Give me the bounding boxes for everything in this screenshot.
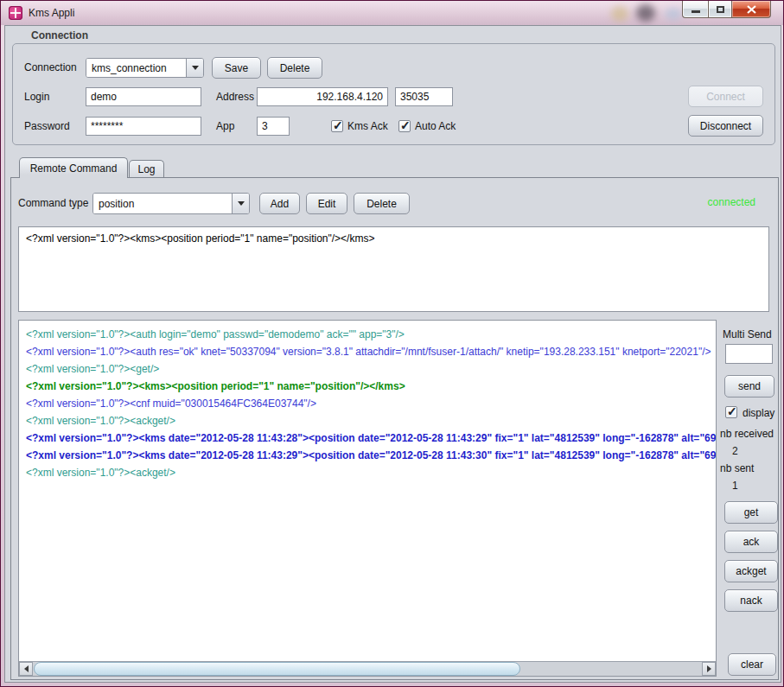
connection-group-title: Connection <box>31 29 88 41</box>
edit-command-button[interactable]: Edit <box>306 193 347 214</box>
tab-log[interactable]: Log <box>129 160 164 178</box>
title-bar[interactable]: Kms Appli <box>1 1 783 25</box>
maximize-button[interactable] <box>708 1 732 18</box>
disconnect-button[interactable]: Disconnect <box>688 115 763 137</box>
log-line: <?xml version="1.0"?><kms><position peri… <box>26 378 716 395</box>
minimize-icon <box>692 10 700 13</box>
log-output[interactable]: <?xml version="1.0"?><auth login="demo" … <box>18 320 717 677</box>
arrow-left-icon <box>24 665 29 672</box>
window-controls <box>682 1 771 18</box>
glass-reflection <box>636 4 655 22</box>
scroll-left-button[interactable] <box>19 662 33 676</box>
login-field[interactable] <box>86 87 201 106</box>
password-label: Password <box>24 116 70 137</box>
get-button[interactable]: get <box>724 501 778 524</box>
arrow-right-icon <box>707 665 711 672</box>
command-type-combobox[interactable]: position <box>92 193 250 214</box>
nb-sent-label: nb sent <box>720 462 754 474</box>
log-lines: <?xml version="1.0"?><auth login="demo" … <box>19 321 716 662</box>
log-line: <?xml version="1.0"?><cnf muid="03001546… <box>26 395 716 412</box>
client-area: Connection Connection kms_connection Sav… <box>4 25 781 683</box>
connection-combobox[interactable]: kms_connection <box>86 58 204 78</box>
glass-reflection <box>665 8 682 20</box>
close-icon <box>747 5 756 14</box>
app-field[interactable] <box>257 117 290 136</box>
minimize-button[interactable] <box>682 1 708 18</box>
display-checkbox[interactable] <box>725 406 737 418</box>
address-label: Address <box>216 86 254 107</box>
login-label: Login <box>24 86 49 107</box>
nb-received-value: 2 <box>732 445 738 457</box>
delete-connection-button[interactable]: Delete <box>267 57 322 79</box>
command-editor[interactable]: <?xml version="1.0"?><kms><position peri… <box>18 226 769 312</box>
chevron-down-icon[interactable] <box>186 59 203 77</box>
auto-ack-label: Auto Ack <box>415 116 456 137</box>
app-label: App <box>216 116 234 137</box>
maximize-icon <box>717 6 724 13</box>
glass-reflection <box>611 6 628 22</box>
close-button[interactable] <box>732 1 771 18</box>
connect-button[interactable]: Connect <box>688 86 763 107</box>
display-label: display <box>743 407 774 419</box>
multi-send-label: Multi Send <box>723 328 772 340</box>
log-line: <?xml version="1.0"?><ackget/> <box>26 464 716 481</box>
horizontal-scrollbar[interactable] <box>19 661 716 676</box>
kms-ack-checkbox[interactable] <box>331 120 343 132</box>
log-line: <?xml version="1.0"?><auth login="demo" … <box>26 326 716 343</box>
send-sidebar: Multi Send send display nb received 2 nb… <box>720 323 780 679</box>
nack-button[interactable]: nack <box>724 589 778 612</box>
command-type-label: Command type <box>18 193 88 213</box>
clear-button[interactable]: clear <box>728 653 776 676</box>
connection-status: connected <box>708 196 755 208</box>
send-button[interactable]: send <box>724 375 774 398</box>
connection-combobox-value: kms_connection <box>86 59 186 77</box>
save-button[interactable]: Save <box>212 57 261 79</box>
delete-command-button[interactable]: Delete <box>354 193 410 214</box>
remote-command-panel: Command type position Add Edit Delete co… <box>10 177 779 680</box>
log-line: <?xml version="1.0"?><get/> <box>26 360 716 378</box>
chevron-down-icon[interactable] <box>232 194 249 213</box>
scroll-right-button[interactable] <box>702 662 716 676</box>
log-line: <?xml version="1.0"?><auth res="ok" knet… <box>26 343 716 360</box>
window-title: Kms Appli <box>29 7 74 19</box>
nb-sent-value: 1 <box>732 480 738 492</box>
port-field[interactable] <box>395 87 453 106</box>
kms-ack-label: Kms Ack <box>347 116 388 137</box>
log-line: <?xml version="1.0"?><ackget/> <box>26 412 716 429</box>
log-line: <?xml version="1.0"?><kms date="2012-05-… <box>26 429 716 447</box>
scrollbar-thumb[interactable] <box>34 662 520 676</box>
multi-send-input[interactable] <box>725 344 773 364</box>
app-icon <box>9 6 22 20</box>
password-field[interactable] <box>86 117 201 136</box>
nb-received-label: nb received <box>720 428 774 440</box>
app-window: Kms Appli Connection Connection kms_conn… <box>0 0 784 687</box>
connection-label: Connection <box>24 57 77 78</box>
log-line: <?xml version="1.0"?><kms date="2012-05-… <box>26 447 716 464</box>
ack-button[interactable]: ack <box>724 531 778 553</box>
add-command-button[interactable]: Add <box>259 193 300 214</box>
ackget-button[interactable]: ackget <box>724 560 778 582</box>
tab-remote-command[interactable]: Remote Command <box>19 157 128 178</box>
address-field[interactable] <box>257 87 388 106</box>
command-type-value: position <box>93 194 232 213</box>
auto-ack-checkbox[interactable] <box>398 120 411 132</box>
